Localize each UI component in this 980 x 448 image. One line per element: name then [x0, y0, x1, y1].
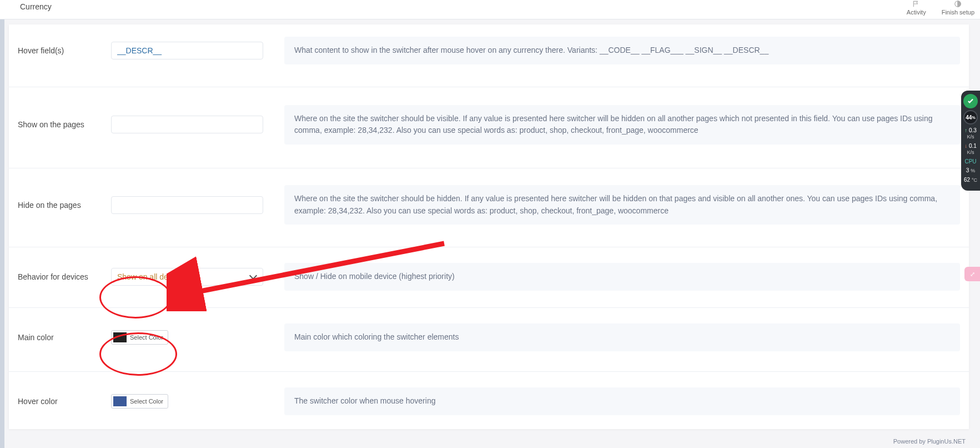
side-widget-toggle[interactable]: ⤢ — [964, 267, 980, 281]
row-show-pages: Show on the pages Where on the site the … — [9, 87, 969, 168]
settings-panel: Hover field(s) What content to show in t… — [9, 24, 969, 429]
label-show-pages: Show on the pages — [18, 105, 111, 145]
monitor-cpu-label: CPU — [961, 158, 980, 165]
desc-hover-fields: What content to show in the switcher aft… — [284, 37, 960, 64]
system-monitor-widget[interactable]: 44% ↑ 0.3 K/s ↓ 0.1 K/s CPU 3 % 62 °C — [961, 91, 980, 191]
hide-pages-input[interactable] — [111, 196, 263, 214]
behavior-select-value: Show on all devices — [117, 272, 186, 281]
desc-main-color: Main color which coloring the switcher e… — [284, 323, 960, 351]
topbar-right: Activity Finish setup — [907, 0, 974, 16]
monitor-pct: 44 — [966, 115, 972, 121]
finish-setup-label: Finish setup — [942, 9, 974, 16]
monitor-temp: 62 °C — [961, 177, 980, 183]
label-hover-fields: Hover field(s) — [18, 37, 111, 64]
monitor-temp-val: 62 — [964, 177, 970, 183]
label-behavior: Behavior for devices — [18, 263, 111, 291]
monitor-down-val: 0.1 — [969, 143, 977, 149]
arrow-down-icon: ↓ — [964, 143, 967, 149]
monitor-cpu-pct: 3 % — [961, 167, 980, 174]
show-pages-input[interactable] — [111, 116, 263, 133]
finish-setup-button[interactable]: Finish setup — [942, 0, 974, 16]
behavior-select[interactable]: Show on all devices — [111, 268, 263, 286]
flag-icon — [910, 0, 922, 8]
half-circle-icon — [952, 0, 964, 8]
desc-hover-color: The switcher color when mouse hovering — [284, 387, 960, 415]
label-hide-pages: Hide on the pages — [18, 185, 111, 225]
activity-button[interactable]: Activity — [907, 0, 926, 16]
main-color-swatch — [113, 332, 127, 342]
monitor-status-ok-icon — [963, 94, 978, 108]
left-edge-strip — [0, 19, 4, 448]
hover-color-swatch — [113, 396, 127, 406]
activity-label: Activity — [907, 9, 926, 16]
monitor-down: ↓ 0.1 K/s — [961, 143, 980, 156]
desc-hide-pages: Where on the site the switcher should be… — [284, 185, 960, 225]
main-color-btn-label: Select Color — [130, 334, 163, 341]
row-hide-pages: Hide on the pages Where on the site the … — [9, 168, 969, 247]
topbar: Currency Activity Finish setup — [0, 0, 980, 19]
monitor-temp-unit: °C — [972, 177, 977, 183]
monitor-up: ↑ 0.3 K/s — [961, 127, 980, 140]
row-hover-fields: Hover field(s) What content to show in t… — [9, 24, 969, 87]
hover-color-button[interactable]: Select Color — [111, 394, 168, 409]
desc-show-pages: Where on the site the switcher should be… — [284, 105, 960, 145]
main-color-button[interactable]: Select Color — [111, 330, 168, 345]
arrow-up-icon: ↑ — [964, 127, 967, 133]
row-behavior: Behavior for devices Show on all devices… — [9, 247, 969, 308]
monitor-pct-gauge: 44% — [963, 110, 978, 125]
monitor-down-unit: K/s — [967, 150, 974, 155]
label-hover-color: Hover color — [18, 387, 111, 415]
row-hover-color: Hover color Select Color The switcher co… — [9, 372, 969, 431]
monitor-pct-unit: % — [972, 116, 975, 120]
monitor-cpu-unit: % — [971, 168, 975, 173]
monitor-cpu-val: 3 — [966, 167, 969, 173]
monitor-up-val: 0.3 — [969, 127, 977, 133]
hover-fields-input[interactable] — [111, 42, 263, 59]
label-main-color: Main color — [18, 323, 111, 351]
hover-color-btn-label: Select Color — [130, 398, 163, 405]
page-title: Currency — [20, 2, 52, 11]
expand-icon: ⤢ — [970, 271, 975, 278]
monitor-up-unit: K/s — [967, 134, 974, 140]
row-main-color: Main color Select Color Main color which… — [9, 308, 969, 372]
desc-behavior: Show / Hide on mobile device (highest pr… — [284, 263, 960, 291]
footer-credit: Powered by PluginUs.NET — [893, 438, 966, 445]
